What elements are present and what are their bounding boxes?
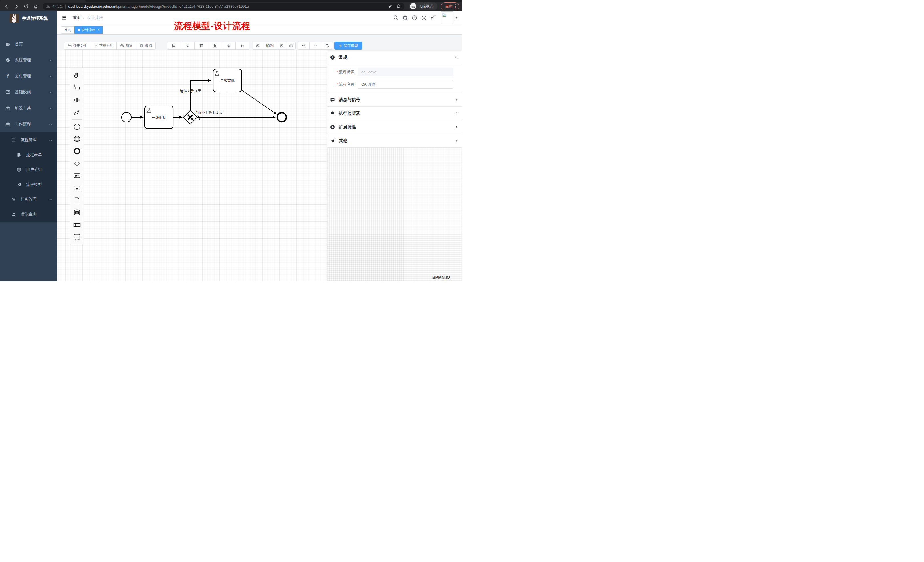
sidebar-item-label: 系统管理 — [15, 58, 31, 63]
process-key-field-row: *流程标识 — [327, 66, 462, 78]
chevron-right-icon — [454, 98, 458, 102]
align-right-button[interactable] — [181, 42, 195, 49]
flow-label-le1[interactable]: 请假小于等于 1 天 — [195, 110, 223, 114]
sidebar-item-label: 基础设施 — [15, 90, 31, 95]
dashboard-icon — [5, 42, 10, 47]
section-extensions[interactable]: 扩展属性 — [327, 120, 462, 134]
chevron-down-icon — [454, 55, 458, 59]
app-logo — [10, 14, 19, 23]
sidebar: 芋道管理系统 首页 系统管理 ¥ 支付管理 基础设施 — [0, 11, 57, 281]
sidebar-item-process-form[interactable]: 流程表单 — [0, 147, 57, 162]
save-model-button[interactable]: 保存模型 — [334, 42, 362, 49]
bpmn-canvas[interactable]: 一级审批 二级审批 请假大于 3 天 请假小于等于 1 天 — [57, 50, 327, 281]
bpmn-diagram[interactable]: 一级审批 二级审批 请假大于 3 天 请假小于等于 1 天 — [57, 50, 327, 281]
tag-design-active[interactable]: 设计流程 × — [75, 26, 103, 34]
sidebar-item-infra[interactable]: 基础设施 — [0, 84, 57, 100]
process-name-input[interactable] — [357, 80, 453, 89]
preview-button[interactable]: 预览 — [116, 42, 136, 49]
chevron-down-icon — [49, 91, 52, 94]
flow-label-gt3[interactable]: 请假大于 3 天 — [180, 89, 201, 93]
file-button-group: 打开文件 下载文件 预览 模拟 — [64, 42, 156, 49]
app-logo-row[interactable]: 芋道管理系统 — [0, 11, 57, 25]
sidebar-item-label: 流程模型 — [26, 182, 42, 187]
face-icon — [16, 168, 21, 172]
tag-home[interactable]: 首页 — [61, 26, 74, 34]
sidebar-item-leave-query[interactable]: 请假查询 — [0, 207, 57, 222]
search-icon[interactable] — [391, 11, 400, 24]
forward-icon[interactable] — [11, 3, 21, 10]
restart-button[interactable] — [321, 42, 333, 49]
align-center-horizontal-button[interactable] — [222, 42, 236, 49]
process-key-input[interactable] — [357, 68, 453, 76]
section-messages[interactable]: 消息与信号 — [327, 93, 462, 107]
fullscreen-icon[interactable] — [419, 11, 429, 24]
bell-icon — [330, 111, 335, 116]
redo-button[interactable] — [309, 42, 321, 49]
sidebar-item-process-mgmt[interactable]: 流程管理 — [0, 133, 57, 147]
avatar[interactable] — [441, 11, 453, 24]
start-event[interactable] — [122, 112, 131, 122]
reload-icon[interactable] — [21, 3, 31, 10]
sidebar-item-home[interactable]: 首页 — [0, 36, 57, 52]
sidebar-item-task-mgmt[interactable]: 任务管理 — [0, 192, 57, 207]
flow-task2-to-end[interactable] — [242, 90, 276, 114]
flow-gateway-to-task2[interactable] — [190, 81, 211, 111]
help-icon[interactable] — [410, 11, 419, 24]
update-button[interactable]: 更新 — [441, 2, 459, 10]
section-listeners[interactable]: 执行监听器 — [327, 107, 462, 120]
bpmn-io-watermark[interactable]: BPMN.iO — [432, 275, 450, 280]
home-icon[interactable] — [31, 3, 40, 10]
close-icon[interactable]: × — [98, 27, 100, 33]
chevron-right-icon — [454, 125, 458, 129]
sidebar-item-process-model[interactable]: 流程模型 — [0, 177, 57, 192]
app-title: 芋道管理系统 — [22, 16, 48, 21]
simulate-button[interactable]: 模拟 — [136, 42, 156, 49]
breadcrumb-home[interactable]: 首页 — [73, 15, 81, 20]
address-bar[interactable]: 不安全 dashboard.yudao.iocoder.cn/bpm/manag… — [43, 3, 404, 10]
collapse-menu-icon[interactable] — [61, 15, 66, 21]
chevron-right-icon — [454, 139, 458, 142]
github-icon[interactable] — [400, 11, 410, 24]
key-icon[interactable] — [387, 4, 392, 9]
back-icon[interactable] — [2, 3, 11, 10]
zoom-reset-button[interactable] — [286, 42, 296, 49]
sidebar-item-label: 研发工具 — [15, 106, 31, 111]
task2-label: 二级审批 — [220, 79, 235, 83]
section-other[interactable]: 其他 — [327, 134, 462, 148]
open-file-button[interactable]: 打开文件 — [64, 42, 90, 49]
zoom-out-button[interactable] — [252, 42, 263, 49]
align-left-button[interactable] — [167, 42, 181, 49]
sidebar-item-system[interactable]: 系统管理 — [0, 52, 57, 68]
align-center-vertical-button[interactable] — [236, 42, 249, 49]
chevron-down-icon — [49, 198, 52, 201]
section-general[interactable]: i 常规 — [327, 51, 462, 64]
sidebar-item-label: 流程表单 — [26, 152, 42, 157]
zoom-in-button[interactable] — [276, 42, 287, 49]
sidebar-item-devtools[interactable]: 研发工具 — [0, 100, 57, 116]
undo-button[interactable] — [298, 42, 310, 49]
chevron-down-icon — [49, 107, 52, 110]
send-icon — [330, 138, 335, 143]
sidebar-item-workflow[interactable]: 工作流程 — [0, 116, 57, 132]
bookmark-star-icon[interactable] — [396, 4, 401, 9]
workflow-submenu: 流程管理 流程表单 用户分组 流程模型 — [0, 132, 57, 222]
general-fields: *流程标识 *流程名称 — [327, 64, 462, 93]
active-dot — [78, 29, 80, 31]
broken-image-icon — [442, 12, 447, 17]
sidebar-item-payment[interactable]: ¥ 支付管理 — [0, 68, 57, 84]
sidebar-item-user-group[interactable]: 用户分组 — [0, 162, 57, 177]
end-event[interactable] — [277, 113, 286, 122]
process-name-label: *流程名称 — [327, 82, 354, 87]
warning-icon — [46, 4, 50, 8]
chevron-up-icon — [49, 139, 52, 142]
font-size-icon[interactable] — [429, 11, 438, 24]
align-bottom-button[interactable] — [208, 42, 222, 49]
task1-label: 一级审批 — [152, 115, 166, 120]
align-top-button[interactable] — [194, 42, 208, 49]
task-level2-approve[interactable]: 二级审批 — [213, 69, 242, 92]
download-file-button[interactable]: 下载文件 — [90, 42, 117, 49]
browser-menu-icon[interactable] — [455, 4, 456, 8]
caret-down-icon[interactable] — [455, 16, 458, 19]
svg-text:i: i — [332, 56, 333, 59]
task-level1-approve[interactable]: 一级审批 — [145, 106, 173, 129]
